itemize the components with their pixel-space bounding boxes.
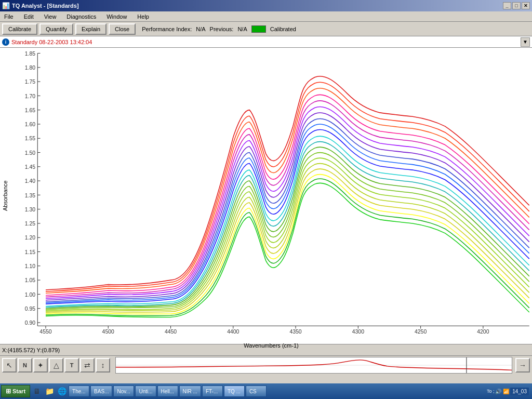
menu-edit[interactable]: Edit — [22, 12, 36, 21]
taskbar-item-bas[interactable]: BAS... — [90, 385, 112, 397]
menu-bar: File Edit View Diagnostics Window Help — [0, 11, 532, 22]
svg-text:1.05: 1.05 — [25, 277, 36, 283]
minimize-button[interactable]: _ — [503, 2, 511, 9]
svg-text:4300: 4300 — [352, 329, 364, 335]
explain-button[interactable]: Explain — [75, 23, 107, 35]
svg-text:4550: 4550 — [39, 329, 51, 335]
svg-text:1.35: 1.35 — [25, 193, 36, 198]
svg-text:4200: 4200 — [477, 329, 489, 335]
menu-diagnostics[interactable]: Diagnostics — [64, 12, 98, 21]
close-button[interactable]: ✕ — [522, 2, 530, 9]
svg-text:1.40: 1.40 — [25, 178, 36, 184]
star-tool-button[interactable]: ✦ — [33, 358, 48, 373]
arrow-tool-button[interactable]: ↖ — [2, 358, 17, 373]
svg-text:1.25: 1.25 — [25, 221, 36, 227]
restore-button[interactable]: □ — [512, 2, 521, 9]
previous-label: Previous: — [210, 26, 234, 32]
start-label: Start — [12, 388, 25, 394]
windows-logo: ⊞ — [6, 388, 11, 395]
svg-text:1.65: 1.65 — [25, 108, 36, 113]
system-tray-icons: 🔊 📶 — [495, 389, 509, 394]
taskbar-item-tq[interactable]: TQ ... — [224, 385, 245, 397]
performance-value: N/A — [196, 26, 205, 32]
ie-icon[interactable]: 🌐 — [56, 385, 68, 397]
title-bar-controls: _ □ ✕ — [503, 2, 530, 9]
tool-bar: ↖ N ✦ △ T ⇄ ↕ → — [0, 355, 532, 374]
exchange-tool-button[interactable]: ⇄ — [80, 358, 95, 373]
taskbar-item-the[interactable]: The... — [69, 385, 89, 397]
svg-text:1.10: 1.10 — [25, 263, 36, 269]
svg-text:1.55: 1.55 — [25, 136, 36, 141]
svg-text:1.80: 1.80 — [25, 65, 36, 71]
taskbar-item-nov[interactable]: Nov... — [113, 385, 134, 397]
taskbar-item-hell[interactable]: Hell... — [157, 385, 178, 397]
svg-text:1.20: 1.20 — [25, 235, 36, 241]
calibrate-button[interactable]: Calibrate — [2, 23, 37, 35]
svg-text:4250: 4250 — [415, 329, 427, 335]
info-bar: i Standardy 08-22-2003 13:42:04 ▼ — [0, 36, 532, 48]
y-axis-label: Absorbance — [0, 48, 10, 344]
svg-text:1.00: 1.00 — [25, 292, 36, 298]
title-bar-text: TQ Analyst - [Standards] — [12, 3, 79, 9]
svg-text:1.50: 1.50 — [25, 150, 36, 156]
svg-text:4400: 4400 — [227, 329, 239, 335]
n-tool-button[interactable]: N — [18, 358, 32, 373]
title-bar: 📊 TQ Analyst - [Standards] _ □ ✕ — [0, 0, 532, 11]
quantify-button[interactable]: Quantify — [39, 23, 73, 35]
taskbar-item-cs[interactable]: CS — [246, 385, 267, 397]
svg-text:1.85: 1.85 — [25, 51, 36, 57]
menu-view[interactable]: View — [42, 12, 59, 21]
svg-text:0.90: 0.90 — [25, 320, 36, 326]
text-tool-button[interactable]: T — [64, 358, 79, 373]
calibrated-color-box — [251, 25, 266, 33]
performance-label: Performance Index: — [142, 26, 192, 32]
triangle-tool-button[interactable]: △ — [49, 358, 63, 373]
close-chart-button[interactable]: Close — [109, 23, 136, 35]
updown-tool-button[interactable]: ↕ — [96, 358, 110, 373]
clock: 14_03 — [510, 388, 529, 395]
menu-help[interactable]: Help — [135, 12, 151, 21]
taskbar-item-unti[interactable]: Unti... — [135, 385, 156, 397]
download-button[interactable]: ▼ — [521, 37, 530, 47]
taskbar-right: To ; 🔊 📶 14_03 — [487, 388, 531, 395]
right-arrow-button[interactable]: → — [515, 358, 530, 373]
chart-svg-area[interactable]: 1.85 1.80 1.75 1.70 1.65 1.60 1.55 1.50 … — [10, 48, 532, 342]
svg-text:4450: 4450 — [165, 329, 177, 335]
info-text: Standardy 08-22-2003 13:42:04 — [11, 39, 518, 45]
taskbar-item-nir[interactable]: NIR ... — [179, 385, 201, 397]
toolbar: Calibrate Quantify Explain Close Perform… — [0, 22, 532, 36]
x-axis-label: Wavenumbers (cm-1) — [10, 342, 532, 350]
mini-spectrum-view — [115, 357, 512, 374]
app-icon: 📊 — [2, 2, 10, 9]
chart-inner: 1.85 1.80 1.75 1.70 1.65 1.60 1.55 1.50 … — [10, 48, 532, 344]
svg-text:1.30: 1.30 — [25, 207, 36, 212]
svg-text:1.45: 1.45 — [25, 164, 36, 170]
menu-window[interactable]: Window — [104, 12, 129, 21]
svg-text:1.70: 1.70 — [25, 94, 36, 99]
performance-info: Performance Index: N/A Previous: N/A Cal… — [142, 25, 296, 33]
folder-icon[interactable]: 📁 — [44, 385, 55, 397]
previous-value: N/A — [237, 26, 247, 32]
menu-file[interactable]: File — [2, 12, 16, 21]
svg-text:1.60: 1.60 — [25, 122, 36, 127]
svg-text:4500: 4500 — [102, 329, 114, 335]
svg-text:4350: 4350 — [289, 329, 301, 335]
svg-text:1.15: 1.15 — [25, 249, 36, 255]
title-bar-left: 📊 TQ Analyst - [Standards] — [2, 2, 79, 9]
start-button[interactable]: ⊞ Start — [1, 385, 30, 397]
taskbar: ⊞ Start 🖥 📁 🌐 The... BAS... Nov... Unti.… — [0, 383, 532, 399]
desktop-icon[interactable]: 🖥 — [31, 385, 43, 397]
taskbar-item-ft[interactable]: FT-... — [202, 385, 223, 397]
svg-text:1.75: 1.75 — [25, 79, 36, 85]
info-icon: i — [2, 38, 9, 46]
chart-container: Absorbance 1.85 1.80 1.75 1.70 1.65 1.60 — [0, 48, 532, 344]
to-label: To ; — [487, 389, 495, 394]
calibrated-label: Calibrated — [270, 26, 296, 32]
svg-text:0.95: 0.95 — [25, 306, 36, 312]
